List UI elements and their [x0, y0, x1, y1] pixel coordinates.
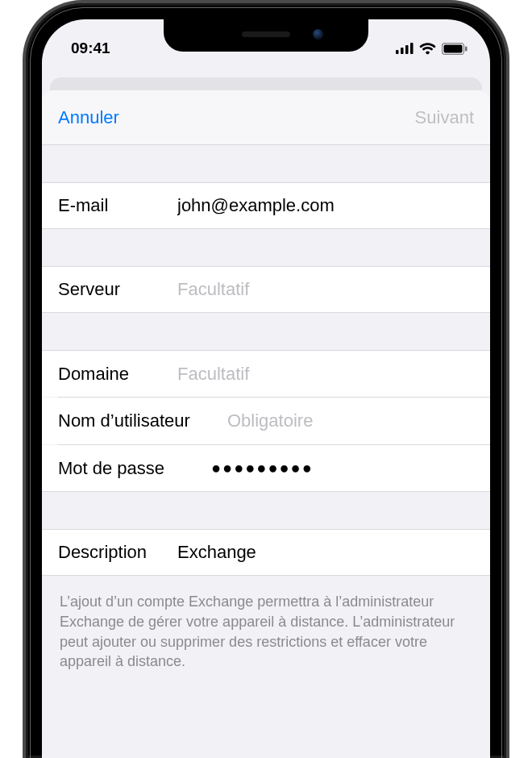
- email-label: E-mail: [58, 195, 177, 216]
- username-row[interactable]: Nom d’utilisateur: [42, 398, 490, 444]
- svg-rect-1: [401, 48, 404, 54]
- description-field[interactable]: [177, 542, 474, 563]
- description-row[interactable]: Description: [42, 529, 490, 576]
- battery-icon: [442, 43, 468, 55]
- svg-rect-6: [465, 46, 468, 51]
- username-label: Nom d’utilisateur: [58, 410, 227, 431]
- cancel-button[interactable]: Annuler: [58, 107, 119, 128]
- password-field[interactable]: ●●●●●●●●●: [211, 459, 314, 477]
- server-label: Serveur: [58, 279, 177, 300]
- server-field[interactable]: [177, 279, 474, 300]
- next-button[interactable]: Suivant: [415, 107, 474, 128]
- wifi-icon: [419, 43, 436, 55]
- svg-rect-0: [396, 50, 399, 54]
- password-label: Mot de passe: [58, 458, 211, 479]
- status-time: 09:41: [71, 40, 110, 57]
- phone-notch: [164, 19, 368, 52]
- exchange-setup-sheet: Annuler Suivant E-mail Serveur Domaine N…: [42, 90, 490, 758]
- domain-field[interactable]: [177, 364, 474, 385]
- password-row[interactable]: Mot de passe ●●●●●●●●●: [42, 445, 490, 492]
- email-field[interactable]: [177, 195, 474, 216]
- description-label: Description: [58, 542, 177, 563]
- domain-row[interactable]: Domaine: [42, 350, 490, 397]
- svg-rect-2: [405, 45, 409, 54]
- server-row[interactable]: Serveur: [42, 266, 490, 313]
- footer-note: L’ajout d’un compte Exchange permettra à…: [42, 576, 490, 688]
- email-row[interactable]: E-mail: [42, 182, 490, 229]
- cellular-icon: [396, 43, 414, 54]
- username-field[interactable]: [227, 410, 474, 431]
- domain-label: Domaine: [58, 364, 177, 385]
- nav-bar: Annuler Suivant: [42, 90, 490, 145]
- svg-rect-5: [444, 44, 463, 52]
- svg-rect-3: [410, 43, 414, 54]
